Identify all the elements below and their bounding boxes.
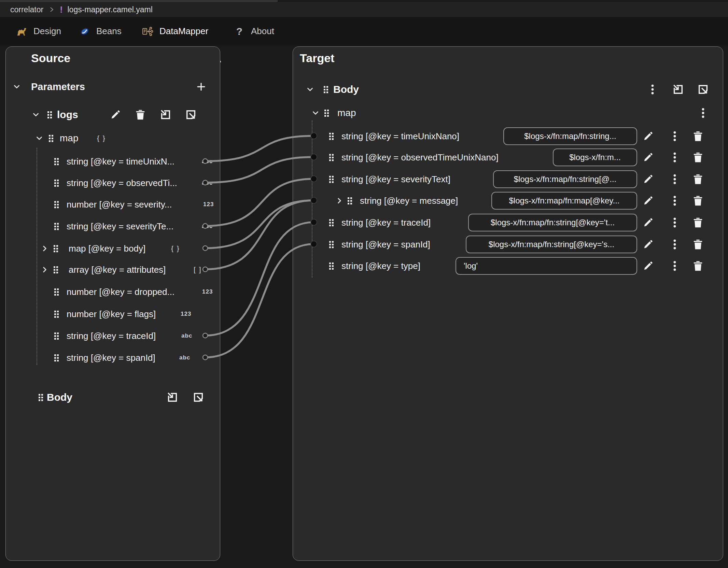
tab-label: Design — [33, 26, 61, 37]
edit-icon[interactable] — [642, 238, 654, 251]
chevron-down-icon[interactable] — [33, 132, 45, 144]
import-schema-icon[interactable] — [672, 83, 684, 96]
grip-icon[interactable] — [325, 151, 337, 164]
grip-icon[interactable] — [50, 308, 62, 320]
target-map-row[interactable]: map — [293, 106, 723, 120]
detach-schema-icon[interactable] — [185, 109, 197, 121]
source-map-row[interactable]: map { } — [6, 131, 220, 145]
tab-design[interactable]: Design — [16, 17, 61, 45]
trash-icon[interactable] — [692, 130, 704, 142]
import-schema-icon[interactable] — [166, 391, 179, 403]
expression-input[interactable]: $logs-x/fn:map/fn:map[@key... — [491, 192, 637, 210]
kebab-menu-icon[interactable] — [669, 130, 681, 142]
edit-icon[interactable] — [642, 130, 654, 142]
chevron-down-icon[interactable] — [309, 107, 322, 119]
grip-icon[interactable] — [45, 132, 57, 144]
target-field-label: string [@key = observedTimeUnixNano] — [341, 152, 499, 163]
target-field-row[interactable]: string [@key = type] 'log' — [293, 256, 723, 275]
tab-datamapper[interactable]: DataMapper — [142, 17, 208, 45]
source-body-row[interactable]: Body — [6, 390, 220, 405]
breadcrumb-project[interactable]: correlator — [10, 5, 43, 14]
source-field-row[interactable]: string [@key = traceId] abc — [6, 328, 220, 343]
expression-input[interactable]: 'log' — [456, 257, 637, 275]
grip-icon[interactable] — [325, 130, 337, 142]
tab-about[interactable]: ? About — [233, 17, 274, 45]
chevron-right-icon[interactable] — [39, 264, 51, 276]
grip-icon[interactable] — [50, 264, 62, 276]
kebab-menu-icon[interactable] — [697, 107, 709, 119]
kebab-menu-icon[interactable] — [669, 216, 681, 229]
source-field-row[interactable]: string [@key = spanId] abc — [6, 350, 220, 365]
grip-icon[interactable] — [320, 107, 333, 119]
grip-icon[interactable] — [43, 109, 56, 121]
kebab-menu-icon[interactable] — [669, 195, 681, 207]
chevron-down-icon[interactable] — [30, 109, 42, 121]
kebab-menu-icon[interactable] — [646, 83, 659, 96]
grip-icon[interactable] — [50, 352, 62, 364]
grip-icon[interactable] — [50, 155, 62, 168]
edit-icon[interactable] — [642, 173, 654, 185]
grip-icon[interactable] — [344, 195, 356, 207]
grip-icon[interactable] — [320, 83, 332, 96]
expression-input[interactable]: $logs-x/fn:map/fn:string... — [503, 127, 637, 145]
source-field-row[interactable]: string [@key = timeUnixN... abc — [6, 154, 220, 169]
kebab-menu-icon[interactable] — [669, 151, 681, 164]
tab-beans[interactable]: Beans — [79, 17, 122, 45]
trash-icon[interactable] — [692, 238, 704, 251]
source-field-row[interactable]: array [@key = attributes] [ ] — [6, 262, 220, 277]
grip-icon[interactable] — [50, 198, 62, 211]
grip-icon[interactable] — [50, 286, 62, 298]
edit-icon[interactable] — [642, 195, 654, 207]
grip-icon[interactable] — [50, 177, 62, 189]
breadcrumb-file[interactable]: logs-mapper.camel.yaml — [67, 5, 152, 14]
kebab-menu-icon[interactable] — [669, 260, 681, 272]
parameters-section-header[interactable]: Parameters — [6, 79, 220, 94]
trash-icon[interactable] — [692, 260, 704, 272]
expression-input[interactable]: $logs-x/fn:map/fn:string[@key='t... — [468, 214, 637, 231]
grip-icon[interactable] — [325, 238, 337, 251]
add-parameter-button[interactable] — [195, 81, 207, 93]
trash-icon[interactable] — [692, 151, 704, 164]
source-field-row[interactable]: number [@key = dropped... 123 — [6, 284, 220, 299]
grip-icon[interactable] — [325, 173, 337, 185]
kebab-menu-icon[interactable] — [669, 238, 681, 251]
grip-icon[interactable] — [325, 260, 337, 272]
import-schema-icon[interactable] — [159, 109, 172, 121]
grip-icon[interactable] — [325, 216, 337, 229]
target-field-row[interactable]: string [@key = severityText] $logs-x/fn:… — [293, 170, 723, 189]
edit-icon[interactable] — [642, 216, 654, 229]
grip-icon[interactable] — [50, 242, 62, 255]
expression-input[interactable]: $logs-x/fn:m... — [553, 148, 637, 166]
parameter-row-logs[interactable]: logs — [6, 107, 220, 122]
target-field-row[interactable]: string [@key = observedTimeUnixNano] $lo… — [293, 148, 723, 167]
chevron-down-icon[interactable] — [11, 81, 23, 93]
target-field-row[interactable]: string [@key = timeUnixNano] $logs-x/fn:… — [293, 127, 723, 146]
chevron-right-icon[interactable] — [39, 242, 51, 255]
chevron-down-icon[interactable] — [304, 83, 316, 96]
trash-icon[interactable] — [692, 173, 704, 185]
tab-label: About — [251, 26, 274, 37]
source-field-row[interactable]: number [@key = severity... 123 — [6, 197, 220, 212]
source-field-row[interactable]: map [@key = body] { } — [6, 241, 220, 256]
trash-icon[interactable] — [692, 195, 704, 207]
target-field-row[interactable]: string [@key = traceId] $logs-x/fn:map/f… — [293, 213, 723, 232]
target-field-row[interactable]: string [@key = spanId] $logs-x/fn:map/fn… — [293, 235, 723, 254]
source-field-row[interactable]: number [@key = flags] 123 — [6, 307, 220, 322]
expression-input[interactable]: $logs-x/fn:map/fn:string[@... — [493, 170, 637, 188]
detach-schema-icon[interactable] — [697, 83, 709, 96]
trash-icon[interactable] — [134, 109, 146, 121]
grip-icon[interactable] — [34, 391, 47, 403]
trash-icon[interactable] — [692, 216, 704, 229]
target-body-row[interactable]: Body — [293, 82, 723, 97]
edit-icon[interactable] — [109, 109, 122, 121]
edit-icon[interactable] — [642, 151, 654, 164]
edit-icon[interactable] — [642, 260, 654, 272]
expression-input[interactable]: $logs-x/fn:map/fn:string[@key='s... — [466, 236, 637, 253]
grip-icon[interactable] — [50, 220, 62, 232]
source-field-row[interactable]: string [@key = observedTi... abc — [6, 175, 220, 190]
source-field-row[interactable]: string [@key = severityTe... abc — [6, 219, 220, 234]
detach-schema-icon[interactable] — [192, 391, 205, 403]
target-field-row[interactable]: string [@key = message] $logs-x/fn:map/f… — [293, 191, 723, 210]
grip-icon[interactable] — [50, 330, 62, 342]
kebab-menu-icon[interactable] — [669, 173, 681, 185]
